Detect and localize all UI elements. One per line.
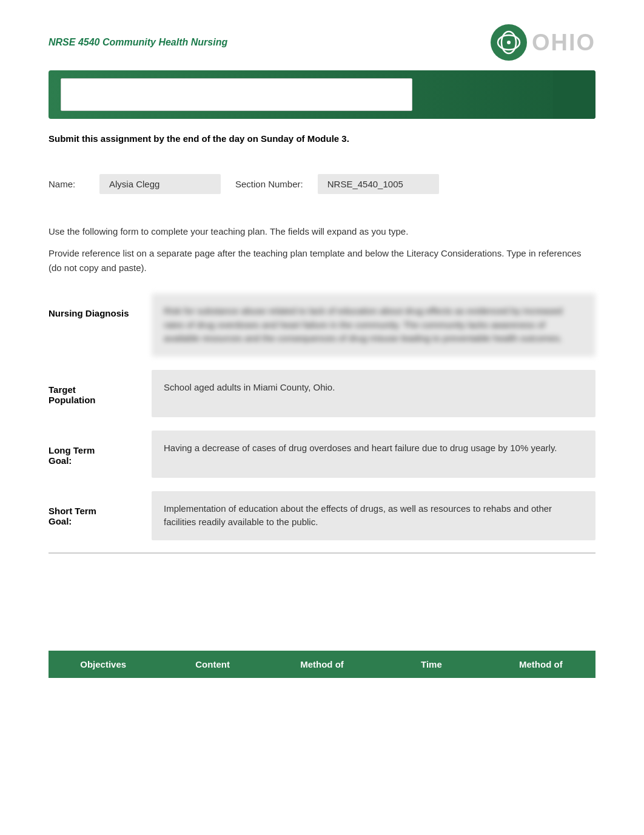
time-col-header: Time — [377, 659, 486, 669]
nursing-diagnosis-label: Nursing Diagnosis — [49, 293, 152, 357]
section-label: Section Number: — [235, 179, 303, 189]
target-population-label: TargetPopulation — [49, 370, 152, 417]
page-header: NRSE 4540 Community Health Nursing OHIO — [49, 24, 595, 61]
course-title: NRSE 4540 Community Health Nursing — [49, 37, 227, 48]
nursing-diagnosis-row: Nursing Diagnosis Risk for substance abu… — [49, 293, 595, 357]
name-value: Alysia Clegg — [99, 174, 221, 194]
method1-col-header: Method of — [267, 659, 377, 669]
method2-col-header: Method of — [486, 659, 595, 669]
name-label: Name: — [49, 179, 85, 189]
target-population-content[interactable]: School aged adults in Miami County, Ohio… — [152, 370, 595, 417]
instruction-line2: Provide reference list on a separate pag… — [49, 246, 595, 275]
target-population-row: TargetPopulation School aged adults in M… — [49, 370, 595, 417]
long-term-goal-row: Long TermGoal: Having a decrease of case… — [49, 431, 595, 478]
name-section-row: Name: Alysia Clegg Section Number: NRSE_… — [49, 174, 595, 194]
svg-point-3 — [507, 41, 511, 44]
instruction-line1: Use the following form to complete your … — [49, 224, 595, 239]
content-col-header: Content — [158, 659, 267, 669]
short-term-goal-row: Short TermGoal: Implementation of educat… — [49, 491, 595, 540]
short-term-goal-label: Short TermGoal: — [49, 491, 152, 540]
banner-green-box — [553, 70, 595, 119]
short-term-goal-content[interactable]: Implementation of education about the ef… — [152, 491, 595, 540]
submit-notice: Submit this assignment by the end of the… — [49, 133, 595, 144]
objectives-table-header: Objectives Content Method of Time Method… — [49, 651, 595, 678]
ohio-wordmark: OHIO — [532, 30, 595, 56]
banner-white-box — [61, 78, 412, 111]
section-separator — [49, 552, 595, 554]
instructions: Use the following form to complete your … — [49, 224, 595, 275]
logo-area: OHIO — [491, 24, 595, 61]
long-term-goal-label: Long TermGoal: — [49, 431, 152, 478]
section-value: NRSE_4540_1005 — [318, 174, 439, 194]
objectives-col-header: Objectives — [49, 659, 158, 669]
teaching-plan: Nursing Diagnosis Risk for substance abu… — [49, 293, 595, 540]
long-term-goal-content[interactable]: Having a decrease of cases of drug overd… — [152, 431, 595, 478]
nursing-diagnosis-content[interactable]: Risk for substance abuse related to lack… — [152, 293, 595, 357]
university-logo — [491, 24, 527, 61]
banner — [49, 70, 595, 119]
